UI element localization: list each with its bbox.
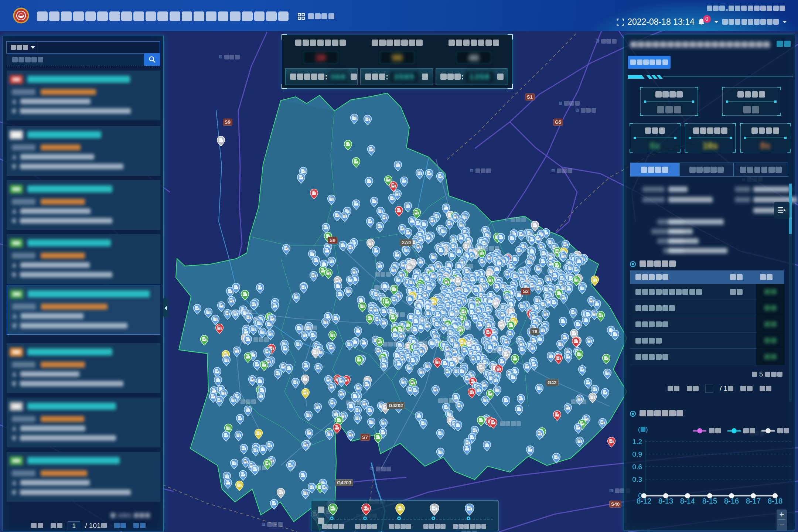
svg-text:0.6: 0.6	[632, 463, 642, 471]
svg-text:0.9: 0.9	[632, 450, 642, 458]
svg-text:1.2: 1.2	[632, 438, 642, 446]
svg-text:8-13: 8-13	[658, 497, 673, 505]
svg-text:0.3: 0.3	[632, 475, 642, 483]
svg-text:8-14: 8-14	[680, 497, 695, 505]
svg-text:8-12: 8-12	[637, 497, 651, 505]
svg-text:8-18: 8-18	[768, 497, 782, 505]
svg-text:8-15: 8-15	[702, 497, 717, 505]
svg-text:8-17: 8-17	[746, 497, 761, 505]
svg-text:8-16: 8-16	[724, 497, 739, 505]
